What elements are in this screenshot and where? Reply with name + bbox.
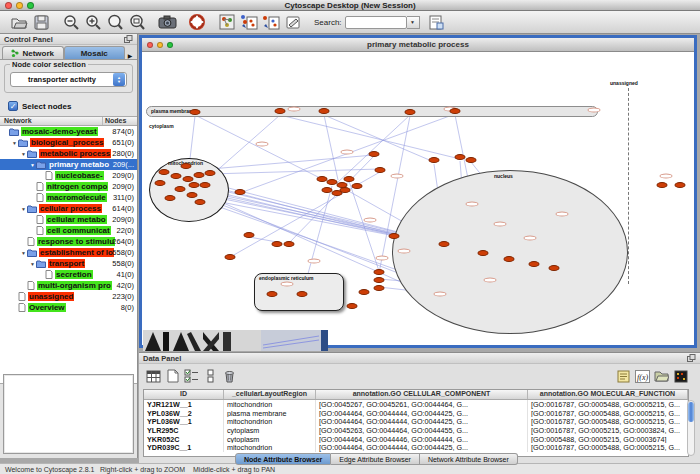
network-node[interactable] <box>455 154 466 160</box>
network-node[interactable] <box>267 291 278 297</box>
table-column-header[interactable]: _cellularLayoutRegion <box>224 390 316 399</box>
data-panel-float-icon[interactable] <box>687 354 696 362</box>
network-node[interactable] <box>374 285 385 291</box>
tab-node-attribute-browser[interactable]: Node Attribute Browser <box>235 453 331 465</box>
network-node[interactable] <box>165 195 176 201</box>
close-button[interactable] <box>5 2 12 9</box>
table-row[interactable]: YDR039C__1mitochondrion[GO:0044464, GO:0… <box>144 443 688 452</box>
network-node[interactable] <box>374 269 385 275</box>
network-window-minimize-button[interactable] <box>157 42 163 48</box>
network-node[interactable] <box>340 187 351 193</box>
tree-expand-icon[interactable]: ▼ <box>11 140 18 146</box>
import-attributes-icon[interactable] <box>652 367 671 385</box>
tree-row[interactable]: secretion41(0) <box>0 269 137 280</box>
tree-expand-icon[interactable]: ▼ <box>29 261 36 267</box>
tree-row[interactable]: mosaic-demo-yeast874(0) <box>0 126 137 137</box>
table-row[interactable]: YLR295Ccytoplasm[GO:0045263, GO:0044464,… <box>144 426 688 435</box>
network-node[interactable] <box>359 289 370 295</box>
notepad-icon[interactable] <box>614 367 633 385</box>
attribute-table-icon[interactable] <box>144 367 163 385</box>
tab-edge-attribute-browser[interactable]: Edge Attribute Browser <box>331 453 420 465</box>
network-node[interactable] <box>439 241 450 247</box>
network-node[interactable] <box>194 172 205 178</box>
network-node[interactable] <box>225 254 236 260</box>
tab-network-attribute-browser[interactable]: Network Attribute Browser <box>420 453 518 465</box>
network-node[interactable] <box>284 241 295 247</box>
network-node[interactable] <box>478 250 489 256</box>
tree-column-nodes[interactable]: Nodes <box>103 117 137 125</box>
import-network-icon[interactable] <box>238 12 260 32</box>
network-node[interactable] <box>195 199 206 205</box>
tree-row[interactable]: multi-organism pro42(0) <box>0 280 137 291</box>
network-node[interactable] <box>657 182 668 188</box>
network-node[interactable] <box>466 157 477 163</box>
network-node[interactable] <box>187 192 198 198</box>
annotations-icon[interactable] <box>282 12 304 32</box>
zoom-in-icon[interactable] <box>82 12 104 32</box>
network-node[interactable] <box>235 189 246 195</box>
minimize-button[interactable] <box>16 2 23 9</box>
zoom-fit-icon[interactable] <box>126 12 148 32</box>
network-window-zoom-button[interactable] <box>167 42 173 48</box>
tree-row[interactable]: ▼biological_process651(0) <box>0 137 137 148</box>
network-node[interactable] <box>190 109 201 115</box>
network-node[interactable] <box>529 261 540 267</box>
table-column-header[interactable]: annotation.GO CELLULAR_COMPONENT <box>316 390 528 399</box>
table-row[interactable]: YPL036W__2plasma membrane[GO:0044464, GO… <box>144 409 688 418</box>
network-node[interactable] <box>375 167 386 173</box>
network-overview-icon[interactable] <box>216 12 238 32</box>
tree-row[interactable]: ▼establishment of lo558(0) <box>0 247 137 258</box>
network-node[interactable] <box>675 182 686 188</box>
delete-attribute-icon[interactable] <box>220 367 239 385</box>
new-attribute-icon[interactable] <box>163 367 182 385</box>
unselect-attributes-icon[interactable] <box>201 367 220 385</box>
network-node[interactable] <box>297 291 308 297</box>
tab-mosaic[interactable]: Mosaic <box>64 46 126 59</box>
table-column-header[interactable]: annotation.GO MOLECULAR_FUNCTION <box>528 390 688 399</box>
function-builder-icon[interactable]: f(x) <box>633 367 652 385</box>
tree-row[interactable]: cellular metabo209(0) <box>0 214 137 225</box>
attribute-table[interactable]: ID_cellularLayoutRegionannotation.GO CEL… <box>143 389 689 457</box>
zoom-selected-region-icon[interactable] <box>104 12 126 32</box>
tree-column-network[interactable]: Network <box>0 117 103 125</box>
tree-row[interactable]: macromolecule311(0) <box>0 192 137 203</box>
network-node[interactable] <box>405 109 416 115</box>
network-node[interactable] <box>347 303 358 309</box>
table-row[interactable]: YKR052Ccytoplasm[GO:0044464, GO:0044446,… <box>144 435 688 444</box>
network-node[interactable] <box>181 163 192 169</box>
network-node[interactable] <box>175 186 186 192</box>
search-dropdown-icon[interactable]: ▼ <box>407 16 420 29</box>
network-node[interactable] <box>374 277 385 283</box>
network-node[interactable] <box>189 182 200 188</box>
tree-expand-icon[interactable]: ▼ <box>20 206 27 212</box>
tree-row[interactable]: ▼primary metabo209(... <box>0 159 137 170</box>
tree-row[interactable]: ▼metabolic process280(0) <box>0 148 137 159</box>
select-nodes-checkbox[interactable]: ✓ <box>8 101 18 111</box>
network-node[interactable] <box>200 182 211 188</box>
network-node[interactable] <box>205 170 216 176</box>
plasma-membrane-region[interactable] <box>146 106 598 117</box>
snapshot-icon[interactable] <box>156 12 178 32</box>
network-node[interactable] <box>429 157 440 163</box>
tree-expand-icon[interactable]: ▼ <box>29 162 36 168</box>
tree-row[interactable]: Overview8(0) <box>0 302 137 313</box>
tree-expand-icon[interactable]: ▼ <box>20 250 27 256</box>
network-node[interactable] <box>369 151 380 157</box>
table-row[interactable]: YPL036W__1mitochondrion[GO:0044464, GO:0… <box>144 417 688 426</box>
more-tabs-icon[interactable]: ▶ <box>125 52 135 59</box>
zoom-out-icon[interactable] <box>60 12 82 32</box>
network-window-close-button[interactable] <box>147 42 153 48</box>
save-icon[interactable] <box>30 12 52 32</box>
network-node[interactable] <box>344 176 355 182</box>
network-node[interactable] <box>272 241 283 247</box>
tree-expand-icon[interactable]: ▼ <box>20 151 27 157</box>
network-node[interactable] <box>155 180 166 186</box>
open-file-icon[interactable] <box>8 12 30 32</box>
network-window-titlebar[interactable]: primary metabolic process <box>142 38 694 52</box>
select-attributes-icon[interactable] <box>182 367 201 385</box>
search-input[interactable] <box>345 16 407 29</box>
network-node[interactable] <box>450 108 461 114</box>
tree-row[interactable]: nitrogen compo209(0) <box>0 181 137 192</box>
network-node[interactable] <box>171 173 182 179</box>
tree-row[interactable]: response to stimulu264(0) <box>0 236 137 247</box>
